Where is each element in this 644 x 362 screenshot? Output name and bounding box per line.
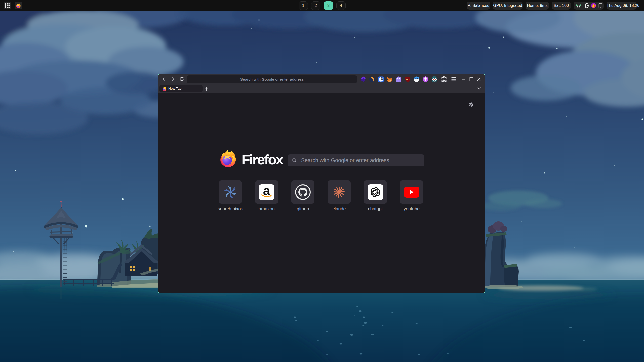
svg-text:UO: UO bbox=[406, 78, 410, 81]
